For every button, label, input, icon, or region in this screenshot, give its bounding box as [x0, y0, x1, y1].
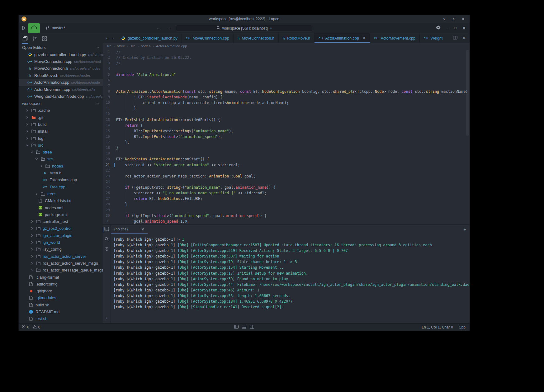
window-unshade-icon[interactable]: ∧ — [452, 17, 455, 21]
breadcrumb-item-nodes[interactable]: nodes — [141, 44, 150, 48]
extensions-grid-icon[interactable] — [40, 33, 49, 44]
toggle-sidebar-icon[interactable] — [234, 325, 239, 330]
breadcrumb-item-actoranimation-cpp[interactable]: ActorAnimation.cpp — [156, 44, 187, 48]
toggle-panel-icon[interactable] — [242, 325, 247, 330]
open-editors-header[interactable]: Open Editors — [19, 44, 103, 51]
tabs-scroll-left-icon[interactable]: ‹ — [106, 36, 108, 40]
tree-item-readme-md[interactable]: README.md — [19, 308, 103, 315]
tree-item-src[interactable]: src — [19, 156, 103, 163]
tree-item-cmakelists-txt[interactable]: CMakeLists.txt — [19, 197, 103, 204]
file-explorer-icon[interactable] — [20, 33, 30, 44]
window-shade-icon[interactable]: ∨ — [443, 17, 446, 21]
tree-item-src[interactable]: src — [19, 142, 103, 149]
problems-panel-icon[interactable] — [105, 247, 109, 252]
tree-item-clang-format[interactable]: .clang-format — [19, 274, 103, 281]
tab-close-icon[interactable]: ✕ — [363, 36, 366, 40]
tree-item-controller-test[interactable]: controller_test — [19, 218, 103, 225]
tree-item-trees[interactable]: trees — [19, 190, 103, 197]
minimize-button[interactable]: ─ — [446, 26, 449, 30]
panel-expand-icon[interactable]: › — [106, 316, 107, 320]
title-bar[interactable]: W workspace [ros@localhost:2222] - Lapce… — [19, 15, 470, 23]
tree-item-log[interactable]: log — [19, 135, 103, 142]
command-palette-input[interactable]: workspace [SSH: localhost] ∨ — [176, 25, 312, 31]
settings-gear-icon[interactable] — [436, 25, 441, 31]
tree-item-btree[interactable]: btree — [19, 149, 103, 156]
close-button[interactable]: ✕ — [462, 26, 466, 30]
terminal-panel-icon[interactable] — [104, 227, 109, 232]
open-editor-weightedrandomnode-cpp[interactable]: C++WeightedRandomNode.cppsrc/btree/s — [19, 93, 103, 100]
tree-item-nodes[interactable]: nodes — [19, 163, 103, 169]
tabs-scroll-right-icon[interactable]: › — [112, 36, 114, 40]
tree-item-ros-actor-action-server-msgs[interactable]: ros_actor_action_server_msgs — [19, 260, 103, 267]
tab-moveconnection-cpp[interactable]: C++MoveConnection.cpp — [182, 33, 234, 43]
tree-item-install[interactable]: install — [19, 128, 103, 135]
source-control-icon[interactable] — [30, 33, 40, 44]
new-terminal-icon[interactable]: + — [463, 227, 466, 232]
code-line-3: 3// — [103, 60, 470, 66]
search-panel-icon[interactable] — [105, 237, 109, 242]
tree-item-ros-actor-action-server[interactable]: ros_actor_action_server — [19, 253, 103, 260]
maximize-button[interactable]: □ — [455, 26, 457, 30]
split-editor-icon[interactable] — [453, 36, 457, 40]
back-button[interactable]: ← — [156, 26, 161, 31]
tab-gazebo-controller-launch-py[interactable]: gazebo_controller_launch.py — [117, 33, 182, 43]
tree-item-ign-world[interactable]: ign_world — [19, 239, 103, 246]
tab-robotmove-h[interactable]: hRobotMove.h — [279, 33, 315, 43]
breadcrumb[interactable]: src›btree›src›nodes›ActorAnimation.cpp — [103, 43, 470, 49]
forward-button[interactable]: → — [167, 26, 171, 31]
git-branch-indicator[interactable]: master* — [45, 26, 65, 31]
open-editor-robotmove-h[interactable]: hRobotMove.hsrc/btree/src/nodes — [19, 72, 103, 79]
tree-item-build[interactable]: build — [19, 121, 103, 128]
tree-item-build-sh[interactable]: build.sh — [19, 301, 103, 308]
close-editor-icon[interactable]: ✕ — [462, 36, 466, 40]
open-editor-moveconnection-cpp[interactable]: C++MoveConnection.cppsrc/btree/src/nod — [19, 58, 103, 65]
open-editor-actormovement-cpp[interactable]: C++ActorMovement.cppsrc/btree/src/n — [19, 86, 103, 93]
indent-guide — [125, 179, 125, 185]
open-editor-moveconnection-h[interactable]: hMoveConnection.hsrc/btree/src/nodes — [19, 65, 103, 72]
tab-moveconnection-h[interactable]: hMoveConnection.h — [234, 33, 279, 43]
toggle-right-panel-icon[interactable] — [250, 325, 254, 330]
terminal-tab-close-icon[interactable]: ✕ — [141, 227, 144, 231]
breadcrumb-item-src[interactable]: src — [106, 44, 111, 48]
terminal-line: [ruby $(which ign) gazebo-1] [Dbg] [Acto… — [113, 265, 470, 270]
gitignore-icon — [29, 289, 33, 293]
tree-item-ros-actor-message-queue-msgs[interactable]: ros_actor_message_queue_msgs — [19, 267, 103, 274]
tree-item-cache[interactable]: .cache — [19, 107, 103, 114]
code-editor[interactable]: 1//2// Created by bastian on 26.03.22.3/… — [103, 49, 470, 224]
breadcrumb-item-src[interactable]: src — [130, 44, 135, 48]
window-close-icon[interactable]: ✕ — [462, 17, 465, 21]
open-editor-actoranimation-cpp[interactable]: C++ActorAnimation.cppsrc/btree/src/node — [19, 79, 103, 86]
terminal-tab[interactable]: (no title) ✕ — [111, 225, 148, 234]
tree-item-git[interactable]: .git — [19, 114, 103, 121]
open-editor-path: src/btree/src/nodes — [70, 67, 100, 70]
tree-item-gz-ros2-control[interactable]: gz_ros2_control — [19, 225, 103, 232]
warnings-icon[interactable] — [33, 325, 37, 329]
tree-item-tree-cpp[interactable]: C++Tree.cpp — [19, 183, 103, 190]
errors-icon[interactable] — [22, 325, 26, 329]
tab-actoranimation-cpp[interactable]: C++ActorAnimation.cpp✕ — [315, 33, 370, 43]
tree-item-gitmodules[interactable]: .gitmodules — [19, 295, 103, 301]
tree-item-gitignore[interactable]: .gitignore — [19, 287, 103, 294]
cursor-position[interactable]: Ln 1, Col 1, Char 0 — [422, 325, 453, 329]
code-line-text: std::cerr << "[ no animation name specif… — [116, 190, 267, 196]
remote-connection-button[interactable] — [28, 23, 40, 33]
tab-actormovement-cpp[interactable]: C++ActorMovement.cpp — [370, 33, 420, 43]
code-line-text: BT::NodeStatus ActorAnimation::onStart()… — [116, 156, 209, 162]
tree-item-editorconfig[interactable]: .editorconfig — [19, 281, 103, 287]
tree-item-nodes-xml[interactable]: nodes.xml — [19, 204, 103, 211]
language-mode[interactable]: Cpp — [459, 325, 466, 329]
tree-item-iisy-config[interactable]: iisy_config — [19, 246, 103, 253]
file-icon — [29, 303, 33, 307]
tree-item-area-h[interactable]: hArea.h — [19, 169, 103, 176]
workspace-header[interactable]: workspace — [19, 100, 103, 107]
open-editor-gazebo-controller-launch-py[interactable]: gazebo_controller_launch.pysrc/ign_wo — [19, 51, 103, 58]
tree-item-test-sh[interactable]: test.sh — [19, 315, 103, 322]
breadcrumb-item-btree[interactable]: btree — [117, 44, 125, 48]
status-bar: 0 0 Ln 1, Col 1, Char 0 Cpp — [19, 323, 470, 331]
tree-item-ign-actor-plugin[interactable]: ign_actor_plugin — [19, 232, 103, 239]
tree-item-package-xml[interactable]: package.xml — [19, 211, 103, 218]
terminal-output[interactable]: [ruby $(which ign) gazebo-1] > 1[ruby $(… — [111, 234, 470, 310]
tab-weightedra[interactable]: C++WeightedRa — [420, 33, 443, 43]
header-file-icon: h — [238, 36, 240, 40]
tree-item-extensions-cpp[interactable]: C++Extensions.cpp — [19, 177, 103, 183]
